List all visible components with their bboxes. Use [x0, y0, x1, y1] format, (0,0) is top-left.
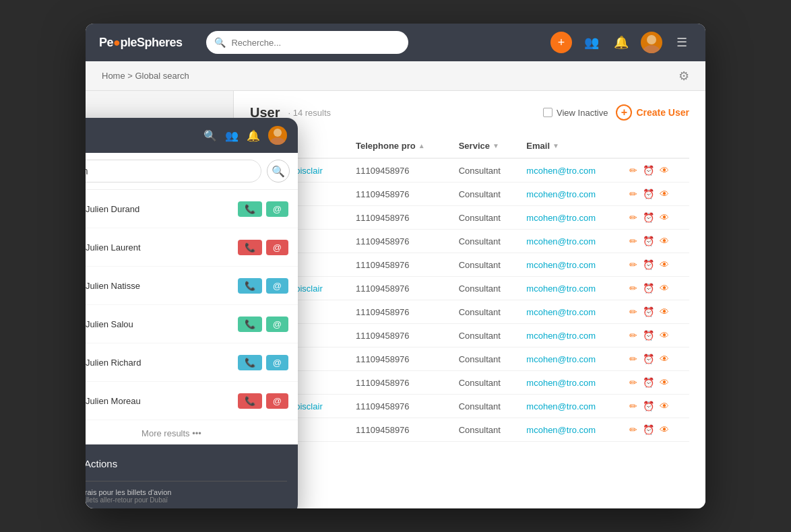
mobile-avatar[interactable]: [268, 126, 287, 145]
phone-button[interactable]: 📞: [238, 240, 262, 255]
view-icon[interactable]: 👁: [660, 212, 669, 223]
history-icon[interactable]: ⏰: [643, 424, 654, 435]
create-user-plus-icon: +: [616, 104, 632, 121]
cell-email[interactable]: mcohen@tro.com: [521, 347, 624, 371]
view-icon[interactable]: 👁: [660, 283, 669, 294]
email-button[interactable]: @: [266, 393, 288, 409]
cell-actions: ✏ ⏰ 👁: [624, 158, 689, 182]
view-icon[interactable]: 👁: [660, 189, 669, 199]
history-icon[interactable]: ⏰: [643, 354, 654, 364]
view-icon[interactable]: 👁: [660, 236, 669, 246]
history-icon[interactable]: ⏰: [643, 401, 654, 411]
col-actions: [624, 134, 689, 158]
mobile-bell-icon[interactable]: 🔔: [247, 129, 260, 142]
history-icon[interactable]: ⏰: [643, 306, 654, 317]
cell-email[interactable]: mcohen@tro.com: [521, 277, 624, 300]
mobile-result-item[interactable]: Julien Durand 📞 @: [86, 190, 298, 228]
history-icon[interactable]: ⏰: [643, 283, 654, 294]
edit-icon[interactable]: ✏: [629, 401, 637, 411]
cell-actions: ✏ ⏰ 👁: [624, 300, 689, 324]
view-icon[interactable]: 👁: [660, 259, 669, 270]
cell-email[interactable]: mcohen@tro.com: [521, 395, 624, 418]
edit-icon[interactable]: ✏: [629, 236, 637, 246]
mobile-search-button[interactable]: 🔍: [267, 160, 290, 182]
view-icon[interactable]: 👁: [660, 401, 669, 411]
add-button[interactable]: +: [550, 32, 572, 53]
edit-icon[interactable]: ✏: [629, 377, 637, 388]
edit-icon[interactable]: ✏: [629, 165, 637, 176]
create-user-button[interactable]: + Create User: [616, 104, 689, 121]
mobile-result-item[interactable]: Julien Laurent 📞 @: [86, 228, 298, 267]
cell-phone: 11109458976: [350, 347, 453, 371]
cell-email[interactable]: mcohen@tro.com: [521, 253, 624, 277]
result-name: Julien Richard: [86, 358, 231, 368]
phone-button[interactable]: 📞: [238, 355, 262, 370]
history-icon[interactable]: ⏰: [643, 189, 654, 199]
mobile-search-icon[interactable]: 🔍: [203, 129, 217, 142]
history-icon[interactable]: ⏰: [643, 236, 654, 246]
cell-email[interactable]: mcohen@tro.com: [521, 300, 624, 324]
view-icon[interactable]: 👁: [660, 165, 669, 176]
mobile-result-item[interactable]: Julien Moreau 📞 @: [86, 382, 298, 420]
more-results-button[interactable]: More results •••: [86, 420, 298, 447]
history-icon[interactable]: ⏰: [643, 330, 654, 341]
cell-email[interactable]: mcohen@tro.com: [521, 182, 624, 206]
mobile-people-icon[interactable]: 👥: [225, 129, 239, 142]
people-icon[interactable]: 👥: [581, 32, 602, 53]
edit-icon[interactable]: ✏: [629, 212, 637, 223]
view-icon[interactable]: 👁: [660, 377, 669, 388]
email-button[interactable]: @: [266, 240, 288, 255]
mobile-result-item[interactable]: Julien Salou 📞 @: [86, 305, 298, 343]
col-telephone[interactable]: Telephone pro ▲: [350, 134, 453, 158]
view-inactive-button[interactable]: View Inactive: [543, 108, 608, 118]
result-actions: 📞 @: [238, 201, 288, 217]
edit-icon[interactable]: ✏: [629, 424, 637, 435]
col-service[interactable]: Service ▼: [453, 134, 521, 158]
history-icon[interactable]: ⏰: [643, 259, 654, 270]
search-input[interactable]: [231, 38, 400, 48]
email-button[interactable]: @: [266, 355, 288, 370]
col-email[interactable]: Email ▼: [521, 134, 624, 158]
edit-icon[interactable]: ✏: [629, 283, 637, 294]
phone-icon: 📞: [245, 396, 255, 406]
edit-icon[interactable]: ✏: [629, 189, 637, 199]
at-icon: @: [273, 281, 282, 291]
view-icon[interactable]: 👁: [660, 330, 669, 341]
history-icon[interactable]: ⏰: [643, 212, 654, 223]
phone-button[interactable]: 📞: [238, 201, 262, 217]
view-icon[interactable]: 👁: [660, 354, 669, 364]
cell-email[interactable]: mcohen@tro.com: [521, 230, 624, 253]
phone-button[interactable]: 📞: [238, 278, 262, 294]
view-icon[interactable]: 👁: [660, 306, 669, 317]
table-row: User name 11109458976 Consultant mcohen@…: [250, 324, 689, 347]
mobile-result-item[interactable]: Julien Richard 📞 @: [86, 343, 298, 382]
email-button[interactable]: @: [266, 317, 288, 332]
edit-icon[interactable]: ✏: [629, 306, 637, 317]
view-icon[interactable]: 👁: [660, 424, 669, 435]
phone-button[interactable]: 📞: [238, 393, 262, 409]
result-actions: 📞 @: [238, 355, 288, 370]
cell-email[interactable]: mcohen@tro.com: [521, 324, 624, 347]
cell-email[interactable]: mcohen@tro.com: [521, 418, 624, 442]
inactive-checkbox[interactable]: [543, 108, 552, 117]
cell-email[interactable]: mcohen@tro.com: [521, 206, 624, 230]
user-avatar[interactable]: [641, 32, 662, 53]
cell-service: Consultant: [453, 347, 521, 371]
edit-icon[interactable]: ✏: [629, 354, 637, 364]
mobile-search-input[interactable]: [86, 160, 261, 182]
edit-icon[interactable]: ✏: [629, 259, 637, 270]
history-icon[interactable]: ⏰: [643, 165, 654, 176]
cell-actions: ✏ ⏰ 👁: [624, 371, 689, 395]
edit-icon[interactable]: ✏: [629, 330, 637, 341]
bell-icon[interactable]: 🔔: [611, 32, 631, 53]
settings-icon[interactable]: ⚙: [678, 69, 689, 84]
email-button[interactable]: @: [266, 278, 288, 294]
menu-icon[interactable]: ☰: [672, 32, 692, 53]
email-button[interactable]: @: [266, 201, 288, 217]
mobile-result-item[interactable]: Julien Natisse 📞 @: [86, 267, 298, 305]
history-icon[interactable]: ⏰: [643, 377, 654, 388]
phone-button[interactable]: 📞: [238, 317, 262, 332]
cell-email[interactable]: mcohen@tro.com: [521, 371, 624, 395]
cell-email[interactable]: mcohen@tro.com: [521, 158, 624, 182]
global-search-bar[interactable]: 🔍: [206, 31, 408, 54]
